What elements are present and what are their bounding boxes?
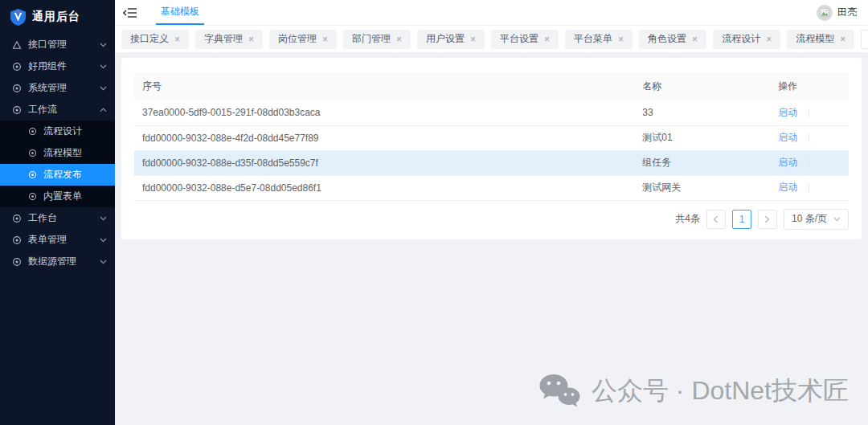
tab-platform-menu[interactable]: 平台菜单× xyxy=(565,30,633,49)
tab-user-settings[interactable]: 用户设置× xyxy=(417,30,485,49)
gear-icon xyxy=(12,257,22,267)
app-title: 通用后台 xyxy=(32,10,80,24)
tab-post-mgmt[interactable]: 岗位管理× xyxy=(269,30,337,49)
page-size-select[interactable]: 10 条/页 xyxy=(784,209,849,230)
sidebar-item-process-publish[interactable]: 流程发布 xyxy=(0,164,115,186)
column-header-actions: 操作 xyxy=(770,72,849,100)
row-name: 33 xyxy=(634,100,770,125)
prev-page-button[interactable] xyxy=(706,210,726,229)
close-icon[interactable]: × xyxy=(840,35,845,44)
sidebar-item-form-mgmt[interactable]: 表单管理 xyxy=(0,229,115,251)
top-header: 基础模板 田亮 xyxy=(115,0,868,26)
page-content: 序号 名称 操作 37ea0000-5df9-0015-291f-08dd03b… xyxy=(115,52,868,425)
gear-icon xyxy=(28,192,37,201)
sidebar-menu: 接口管理 好用组件 系统管理 工作流 流程设计 xyxy=(0,34,115,425)
gear-icon xyxy=(28,127,37,136)
pagination: 共4条 1 10 条/页 xyxy=(134,209,849,230)
chevron-down-icon xyxy=(100,238,107,243)
close-icon[interactable]: × xyxy=(544,35,550,44)
chevron-up-icon xyxy=(100,108,107,112)
start-action-link[interactable]: 启动 xyxy=(778,182,797,193)
close-icon[interactable]: × xyxy=(766,35,772,44)
chevron-down-icon xyxy=(100,259,107,264)
sidebar-item-builtin-form[interactable]: 内置表单 xyxy=(0,186,115,207)
close-icon[interactable]: × xyxy=(470,35,476,44)
tab-process-model[interactable]: 流程模型× xyxy=(787,30,854,49)
menu-fold-icon[interactable] xyxy=(123,7,137,18)
column-header-id: 序号 xyxy=(134,72,634,100)
tab-api-definition[interactable]: 接口定义× xyxy=(121,30,189,49)
chevron-down-icon xyxy=(100,86,107,91)
table-header-row: 序号 名称 操作 xyxy=(134,72,849,100)
tab-role-settings[interactable]: 角色设置× xyxy=(639,30,706,49)
tab-dept-mgmt[interactable]: 部门管理× xyxy=(343,30,411,49)
tab-dict-mgmt[interactable]: 字典管理× xyxy=(195,30,263,49)
action-divider xyxy=(809,158,809,167)
header-nav-tab-basic-template[interactable]: 基础模板 xyxy=(156,0,204,25)
chevron-down-icon xyxy=(100,64,107,69)
page-size-value: 10 条/页 xyxy=(792,212,827,226)
gear-icon xyxy=(12,84,22,93)
gear-icon xyxy=(12,235,22,245)
action-divider xyxy=(809,133,809,142)
gear-icon xyxy=(12,62,22,72)
sidebar-item-api-mgmt[interactable]: 接口管理 xyxy=(0,34,115,55)
close-icon[interactable]: × xyxy=(174,35,180,44)
action-divider xyxy=(809,108,809,117)
column-header-name: 名称 xyxy=(634,72,770,100)
chevron-down-icon xyxy=(833,217,841,222)
row-name: 组任务 xyxy=(634,150,770,175)
sidebar-item-process-model[interactable]: 流程模型 xyxy=(0,142,115,164)
close-icon[interactable]: × xyxy=(396,35,402,44)
chevron-down-icon xyxy=(100,43,107,47)
table-row: fdd00000-9032-088e-d35f-08dd5e559c7f 组任务… xyxy=(134,150,849,175)
user-name: 田亮 xyxy=(837,6,857,19)
table-row: fdd00000-9032-088e-4f2d-08dd45e77f89 测试0… xyxy=(134,125,849,150)
api-icon xyxy=(12,40,22,50)
tab-process-design[interactable]: 流程设计× xyxy=(713,30,780,49)
gear-icon xyxy=(28,170,37,179)
row-name: 测试网关 xyxy=(634,175,770,200)
open-tabs-bar: 接口定义× 字典管理× 岗位管理× 部门管理× 用户设置× 平台设置× 平台菜单… xyxy=(115,26,868,52)
table-row: 37ea0000-5df9-0015-291f-08dd03b3caca 33 … xyxy=(134,100,849,125)
sidebar: 通用后台 接口管理 好用组件 系统管理 工作流 xyxy=(0,0,115,425)
workflow-submenu: 流程设计 流程模型 流程发布 内置表单 xyxy=(0,121,115,207)
next-page-button[interactable] xyxy=(758,210,777,229)
start-action-link[interactable]: 启动 xyxy=(778,132,797,143)
user-menu[interactable]: 田亮 xyxy=(817,5,857,21)
sidebar-item-workflow[interactable]: 工作流 xyxy=(0,99,115,121)
app-window: 通用后台 接口管理 好用组件 系统管理 工作流 xyxy=(0,0,868,425)
close-icon[interactable]: × xyxy=(618,35,624,44)
gear-icon xyxy=(12,105,22,115)
sidebar-item-datasource-mgmt[interactable]: 数据源管理 xyxy=(0,251,115,272)
table-row: fdd00000-9032-088e-d5e7-08dd05ed86f1 测试网… xyxy=(134,175,849,200)
row-id: fdd00000-9032-088e-d35f-08dd5e559c7f xyxy=(134,150,634,175)
page-number-button[interactable]: 1 xyxy=(732,210,751,229)
row-id: fdd00000-9032-088e-d5e7-08dd05ed86f1 xyxy=(134,175,634,200)
tab-platform-settings[interactable]: 平台设置× xyxy=(491,30,559,49)
row-id: fdd00000-9032-088e-4f2d-08dd45e77f89 xyxy=(134,125,634,150)
app-logo: 通用后台 xyxy=(0,0,115,34)
row-name: 测试01 xyxy=(634,125,770,150)
gear-icon xyxy=(28,149,37,157)
close-icon[interactable]: × xyxy=(692,35,698,44)
close-icon[interactable]: × xyxy=(248,35,254,44)
gear-icon xyxy=(12,214,22,223)
sidebar-item-components[interactable]: 好用组件 xyxy=(0,55,115,77)
process-table: 序号 名称 操作 37ea0000-5df9-0015-291f-08dd03b… xyxy=(134,72,849,201)
pagination-total: 共4条 xyxy=(675,212,700,226)
sidebar-item-system-mgmt[interactable]: 系统管理 xyxy=(0,77,115,99)
avatar xyxy=(817,5,833,21)
start-action-link[interactable]: 启动 xyxy=(778,107,797,118)
action-divider xyxy=(809,183,809,192)
row-id: 37ea0000-5df9-0015-291f-08dd03b3caca xyxy=(134,100,634,125)
sidebar-item-process-design[interactable]: 流程设计 xyxy=(0,121,115,142)
main-area: 基础模板 田亮 接口定义× 字典管理× 岗位管理× 部门管理× 用户设置× 平台… xyxy=(115,0,868,425)
shield-logo-icon xyxy=(10,9,26,26)
process-publish-card: 序号 名称 操作 37ea0000-5df9-0015-291f-08dd03b… xyxy=(121,58,862,239)
chevron-down-icon xyxy=(100,216,107,221)
start-action-link[interactable]: 启动 xyxy=(778,157,797,168)
sidebar-item-workbench[interactable]: 工作台 xyxy=(0,207,115,229)
tab-process-publish[interactable]: 流程发布× xyxy=(861,30,868,49)
close-icon[interactable]: × xyxy=(322,35,328,44)
